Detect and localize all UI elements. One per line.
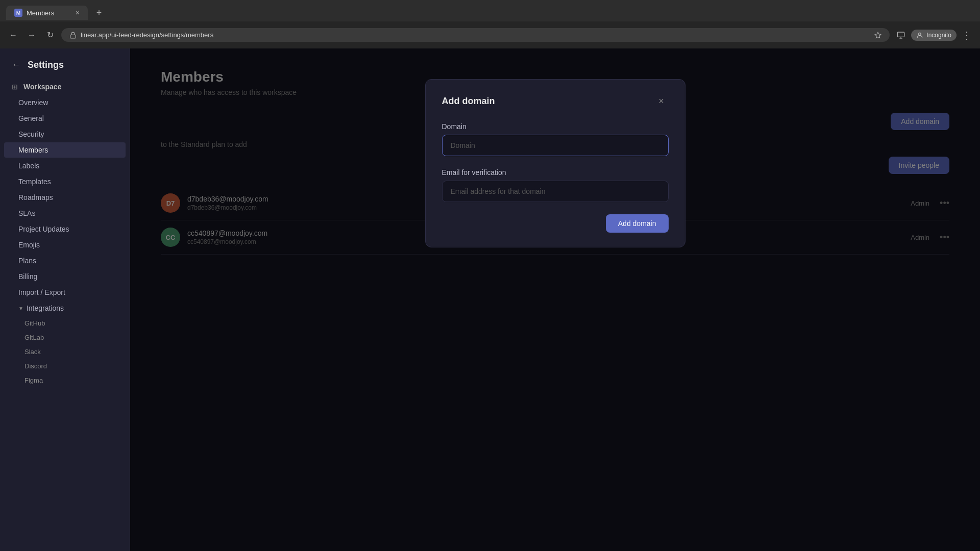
integrations-header[interactable]: ▼ Integrations [4,300,126,316]
modal-footer: Add domain [442,214,669,233]
modal-title: Add domain [442,96,495,107]
sidebar-header: ← Settings [0,57,130,79]
sidebar-item-plans[interactable]: Plans [4,253,126,268]
tab-label: Members [27,9,54,17]
browser-tab[interactable]: M Members × [6,6,88,20]
add-domain-modal: Add domain × Domain Email for verificati… [425,79,685,247]
workspace-label: Workspace [23,83,61,91]
sidebar-item-labels[interactable]: Labels [4,158,126,173]
modal-submit-button[interactable]: Add domain [606,214,669,233]
new-tab-button[interactable]: + [92,6,106,20]
sidebar-item-emojis[interactable]: Emojis [4,237,126,253]
sidebar-item-discord[interactable]: Discord [4,359,126,373]
email-verification-label: Email for verification [442,168,669,177]
app-layout: ← Settings ⊞ Workspace Overview General … [0,48,980,551]
star-icon[interactable] [874,32,881,39]
sidebar-item-billing[interactable]: Billing [4,269,126,284]
domain-field-group: Domain [442,122,669,156]
refresh-button[interactable]: ↻ [43,28,57,42]
svg-point-5 [919,33,921,35]
sidebar-item-import-export[interactable]: Import / Export [4,285,126,300]
sidebar: ← Settings ⊞ Workspace Overview General … [0,48,130,551]
domain-input[interactable] [442,135,669,156]
workspace-icon: ⊞ [10,82,19,91]
workspace-section: ⊞ Workspace Overview General Security Me… [0,79,130,387]
email-field-group: Email for verification [442,168,669,202]
incognito-button[interactable]: Incognito [911,30,957,41]
workspace-section-header: ⊞ Workspace [0,79,130,94]
browser-chrome: M Members × + ← → ↻ linear.app/ui-feed-r… [0,0,980,48]
sidebar-item-github[interactable]: GitHub [4,316,126,330]
chevron-down-icon: ▼ [18,306,23,311]
sidebar-item-figma[interactable]: Figma [4,373,126,387]
tab-close-icon[interactable]: × [76,9,80,17]
forward-button[interactable]: → [24,28,39,42]
sidebar-title: Settings [28,60,64,70]
browser-title-bar: M Members × + [0,0,980,21]
browser-actions: Incognito ⋮ [894,28,974,42]
incognito-label: Incognito [926,32,951,39]
sidebar-item-slack[interactable]: Slack [4,345,126,359]
svg-rect-2 [898,32,904,37]
sidebar-back-button[interactable]: ← [10,59,22,71]
tab-favicon: M [14,9,22,17]
extensions-button[interactable] [894,28,908,42]
sidebar-item-general[interactable]: General [4,111,126,126]
modal-overlay: Add domain × Domain Email for verificati… [130,48,980,551]
sidebar-item-members[interactable]: Members [4,142,126,158]
domain-label: Domain [442,122,669,131]
url-text: linear.app/ui-feed-redesign/settings/mem… [81,31,870,39]
sidebar-item-slas[interactable]: SLAs [4,206,126,221]
email-verification-input[interactable] [442,181,669,202]
address-bar[interactable]: linear.app/ui-feed-redesign/settings/mem… [61,28,890,42]
integrations-label: Integrations [27,304,64,312]
sidebar-item-gitlab[interactable]: GitLab [4,331,126,344]
main-content: Members Manage who has access to this wo… [130,48,980,551]
modal-close-button[interactable]: × [654,94,669,108]
modal-header: Add domain × [442,94,669,108]
menu-button[interactable]: ⋮ [960,28,974,42]
lock-icon [69,32,77,39]
sidebar-item-security[interactable]: Security [4,127,126,142]
svg-rect-0 [70,35,76,38]
sidebar-item-overview[interactable]: Overview [4,95,126,110]
sidebar-item-templates[interactable]: Templates [4,174,126,189]
svg-marker-1 [875,32,881,38]
sidebar-item-project-updates[interactable]: Project Updates [4,221,126,237]
browser-controls: ← → ↻ linear.app/ui-feed-redesign/settin… [0,21,980,48]
sidebar-item-roadmaps[interactable]: Roadmaps [4,190,126,205]
back-button[interactable]: ← [6,28,20,42]
